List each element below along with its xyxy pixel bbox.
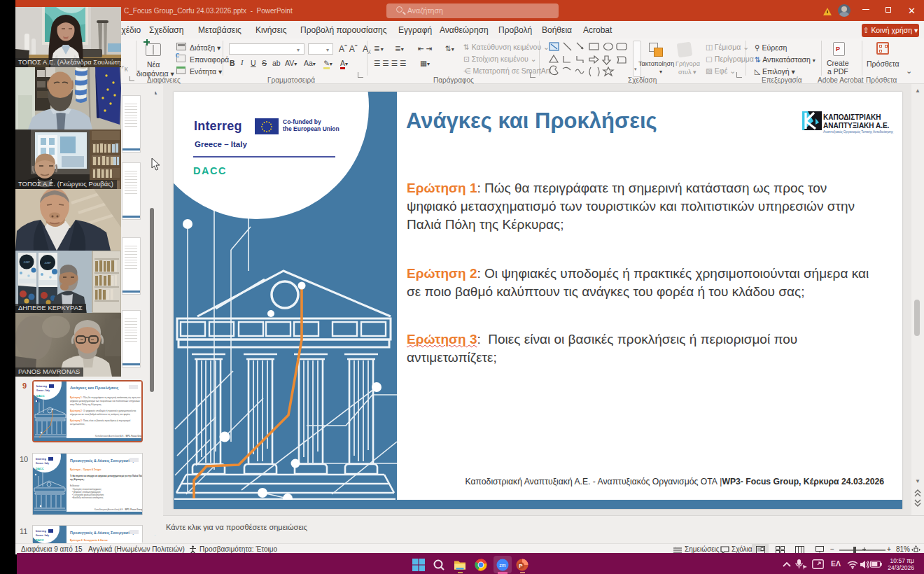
svg-text:Ανάγκες και Προκλήσεις: Ανάγκες και Προκλήσεις <box>70 386 118 391</box>
svg-text:της Κέρκυρας;: της Κέρκυρας; <box>70 478 85 481</box>
svg-text:Greece - Italy: Greece - Italy <box>36 462 49 465</box>
svg-text:Ενδεικτικά:: Ενδεικτικά: <box>70 484 80 487</box>
svg-text:Interreg: Interreg <box>36 384 47 388</box>
svg-text:Greece - Italy: Greece - Italy <box>36 389 50 392</box>
svg-text:zm: zm <box>499 563 506 568</box>
svg-text:DACC: DACC <box>36 538 44 542</box>
svg-text:JUMP: JUMP <box>44 262 51 265</box>
svg-text:Ερώτηση 2: Οι ψηφιακές υποδομέ: Ερώτηση 2: Οι ψηφιακές υποδομές ή πρακτι… <box>70 410 136 412</box>
svg-text:Προσεγγικές & Λύσεις Συνεργασί: Προσεγγικές & Λύσεις Συνεργασίας <box>70 458 134 463</box>
svg-text:Ερώτηση 3: Ποιες είναι οι βασι: Ερώτηση 3: Ποιες είναι οι βασικές προκλή… <box>70 419 131 422</box>
svg-text:αντιμετωπίζετε;: αντιμετωπίζετε; <box>70 423 85 426</box>
svg-text:Interreg: Interreg <box>36 457 46 461</box>
svg-text:DACC: DACC <box>36 394 45 398</box>
svg-text:στην Παλιά Πόλη της Κέρκυρας;: στην Παλιά Πόλη της Κέρκυρας; <box>70 403 102 406</box>
svg-text:DACC: DACC <box>36 467 44 470</box>
svg-text:JUMP: JUMP <box>23 261 30 264</box>
svg-text:Τι θα έπρεπε να υπάρχει σε ψηφ: Τι θα έπρεπε να υπάρχει σε ψηφιακό μετασ… <box>70 475 142 477</box>
svg-text:Καποδιστριακή Αναπτυξιακή Α.Ε.: Καποδιστριακή Αναπτυξιακή Α.Ε. - WP3- Fo… <box>95 435 141 438</box>
svg-text:ψηφιακό μετασχηματισμό των του: ψηφιακό μετασχηματισμό των τουριστικών κ… <box>70 400 140 402</box>
svg-text:P: P <box>519 563 523 569</box>
svg-text:Ερώτημα – Όραμα & Στόχοι: Ερώτημα – Όραμα & Στόχοι <box>70 468 101 471</box>
svg-text:Προσεγγικές & Λύσεις Συνεργασί: Προσεγγικές & Λύσεις Συνεργασίας <box>70 531 134 536</box>
svg-text:• Ανάδειξη πολιτιστικού αποθέμ: • Ανάδειξη πολιτιστικού αποθέματος <box>72 496 104 499</box>
svg-text:σήμερα και σε ποιο βαθμό καλύπ: σήμερα και σε ποιο βαθμό καλύπτουν τις α… <box>70 413 130 416</box>
svg-text:Ερώτηση 1: Πώς θα περιγράφατε: Ερώτηση 1: Πώς θα περιγράφατε τη σημεριν… <box>70 396 141 399</box>
svg-text:Greece - Italy: Greece - Italy <box>36 534 49 537</box>
svg-text:Ερώτημα 2: Συνεργασία & δίκτυα: Ερώτημα 2: Συνεργασία & δίκτυα <box>70 539 108 542</box>
svg-text:Interreg: Interreg <box>36 529 46 533</box>
svg-text:Καποδιστριακή Αναπτυξιακή Α.Ε.: Καποδιστριακή Αναπτυξιακή Α.Ε. - WP3- Fo… <box>94 508 142 511</box>
